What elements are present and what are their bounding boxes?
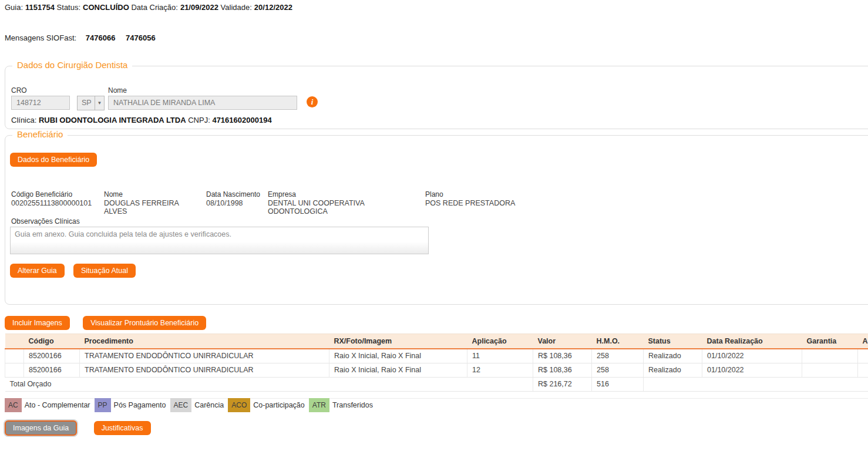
- beneficiary-section: Beneficiário Dados do Beneficiário Códig…: [5, 135, 868, 305]
- badge-aec-label: Carência: [194, 401, 224, 409]
- uf-select-value: SP: [78, 96, 95, 110]
- dentist-name-label: Nome: [108, 86, 127, 95]
- col-header-valor: Valor: [533, 334, 592, 349]
- dentist-section-title: Dados do Cirurgião Dentista: [12, 60, 132, 70]
- siofast-message-1: 7476066: [86, 33, 116, 42]
- clinical-notes-textarea[interactable]: Guia em anexo. Guia concluida pela tela …: [10, 227, 429, 254]
- badge-atr-label: Transferidos: [332, 401, 373, 409]
- include-images-button[interactable]: Incluir Imagens: [5, 316, 70, 330]
- guide-detail-page: Guia:1151754 Status:CONCLUÍDO Data Criaç…: [0, 0, 868, 458]
- criacao-value: 21/09/2022: [180, 3, 218, 12]
- beneficiary-section-title: Beneficiário: [12, 129, 68, 139]
- uf-select[interactable]: SP ▼: [77, 96, 105, 110]
- siofast-label: Mensagens SIOFast:: [5, 33, 76, 42]
- dentist-name-input[interactable]: NATHALIA DE MIRANDA LIMA: [108, 96, 297, 110]
- beneficiary-company-field: Empresa DENTAL UNI COOPERATIVA ODONTOLOG…: [268, 190, 422, 215]
- cell-hmo: 258: [592, 349, 644, 363]
- cell-select: [5, 363, 24, 377]
- beneficiary-birthdate-value: 08/10/1998: [206, 199, 265, 207]
- badge-pp: PP: [95, 398, 111, 412]
- beneficiary-birthdate-field: Data Nascimento 08/10/1998: [206, 190, 265, 207]
- info-icon[interactable]: i: [307, 96, 318, 107]
- badge-atr: ATR: [309, 398, 329, 412]
- cell-garantia: [802, 349, 858, 363]
- col-header-codigo: Código: [24, 334, 80, 349]
- guia-value: 1151754: [25, 3, 55, 12]
- siofast-messages-line: Mensagens SIOFast: 7476066 7476056: [5, 33, 164, 42]
- justifications-button[interactable]: Justificativas: [94, 421, 151, 435]
- beneficiary-name-value: DOUGLAS FERREIRA ALVES: [104, 199, 203, 215]
- beneficiary-code-value: 00202551113800000101: [11, 199, 99, 207]
- alter-guide-button[interactable]: Alterar Guia: [10, 264, 65, 278]
- dentist-section: Dados do Cirurgião Dentista CRO 148712 S…: [5, 66, 868, 129]
- table-total-row: Total Orçado R$ 216,72 516: [5, 377, 868, 391]
- col-header-garantia: Garantia: [802, 334, 858, 349]
- beneficiary-plan-value: POS REDE PRESTADORA: [425, 199, 543, 207]
- clinic-name: RUBI ODONTOLOGIA INTEGRADA LTDA: [39, 116, 186, 124]
- col-header-procedimento: Procedimento: [80, 334, 329, 349]
- beneficiary-name-label: Nome: [104, 190, 203, 198]
- table-spacer-row: [5, 391, 868, 398]
- badge-pp-label: Pós Pagamento: [114, 401, 166, 409]
- cnpj-label: CNPJ:: [188, 116, 210, 124]
- table-row: 85200166 TRATAMENTO ENDODÔNTICO UNIRRADI…: [5, 349, 868, 363]
- total-valor: R$ 216,72: [533, 377, 592, 391]
- total-label: Total Orçado: [5, 377, 533, 391]
- clinical-notes-label: Observações Clínicas: [11, 217, 80, 225]
- guide-images-button[interactable]: Imagens da Guia: [5, 420, 77, 436]
- siofast-message-2: 7476056: [126, 33, 156, 42]
- cell-select: [5, 349, 24, 363]
- current-situation-button[interactable]: Situação Atual: [73, 264, 136, 278]
- col-header-data-realizacao: Data Realização: [702, 334, 802, 349]
- beneficiary-code-label: Código Beneficiário: [11, 190, 99, 198]
- beneficiary-company-label: Empresa: [268, 190, 422, 198]
- status-legend: AC Ato - Complementar PP Pós Pagamento A…: [5, 398, 377, 412]
- badge-aco: ACO: [228, 398, 250, 412]
- cell-valor: R$ 108,36: [533, 363, 592, 377]
- table-actions-row: Incluir Imagens Visualizar Prontuário Be…: [5, 316, 217, 330]
- cell-status: Realizado: [644, 363, 702, 377]
- beneficiary-company-value: DENTAL UNI COOPERATIVA ODONTOLOGICA: [268, 199, 422, 215]
- beneficiary-name-field: Nome DOUGLAS FERREIRA ALVES: [104, 190, 203, 215]
- cell-hmo: 258: [592, 363, 644, 377]
- total-empty: [644, 377, 868, 391]
- guia-label: Guia:: [5, 3, 23, 12]
- cell-rx-foto: Raio X Inicial, Raio X Final: [329, 349, 467, 363]
- col-header-rx-foto-imagem: RX/Foto/Imagem: [329, 334, 467, 349]
- clinic-label: Clínica:: [11, 116, 36, 124]
- col-header-aplicacao: Aplicação: [467, 334, 533, 349]
- badge-ac-label: Ato - Complementar: [25, 401, 90, 409]
- clinic-line: Clínica: RUBI ODONTOLOGIA INTEGRADA LTDA…: [11, 116, 272, 124]
- validade-label: Validade:: [221, 3, 252, 12]
- beneficiary-data-button[interactable]: Dados do Beneficiário: [10, 153, 97, 167]
- cro-input[interactable]: 148712: [11, 96, 70, 110]
- cell-valor: R$ 108,36: [533, 349, 592, 363]
- col-header-acoes: A: [858, 334, 868, 349]
- cell-aplicacao: 11: [467, 349, 533, 363]
- status-value: CONCLUÍDO: [83, 3, 129, 12]
- beneficiary-code-field: Código Beneficiário 00202551113800000101: [11, 190, 99, 207]
- chevron-down-icon[interactable]: ▼: [95, 96, 104, 110]
- cell-procedimento: TRATAMENTO ENDODÔNTICO UNIRRADICULAR: [80, 349, 329, 363]
- col-header-empty: [5, 334, 24, 349]
- bottom-actions-row: Imagens da Guia Justificativas: [5, 420, 165, 436]
- cell-garantia: [802, 363, 858, 377]
- cell-data-realizacao: 01/10/2022: [702, 363, 802, 377]
- table-header-row: Código Procedimento RX/Foto/Imagem Aplic…: [5, 334, 868, 349]
- status-label: Status:: [57, 3, 80, 12]
- cell-codigo: 85200166: [24, 349, 80, 363]
- cnpj-value: 47161602000194: [212, 116, 271, 124]
- cell-status: Realizado: [644, 349, 702, 363]
- cro-label: CRO: [11, 86, 27, 95]
- beneficiary-birthdate-label: Data Nascimento: [206, 190, 265, 198]
- cell-acoes: [858, 349, 868, 363]
- beneficiary-plan-label: Plano: [425, 190, 543, 198]
- table-row: 85200166 TRATAMENTO ENDODÔNTICO UNIRRADI…: [5, 363, 868, 377]
- guide-header-line: Guia:1151754 Status:CONCLUÍDO Data Criaç…: [5, 3, 292, 12]
- col-header-hmo: H.M.O.: [592, 334, 644, 349]
- view-beneficiary-record-button[interactable]: Visualizar Prontuário Beneficiário: [83, 316, 206, 330]
- badge-ac: AC: [5, 398, 22, 412]
- badge-aec: AEC: [170, 398, 192, 412]
- cell-rx-foto: Raio X Inicial, Raio X Final: [329, 363, 467, 377]
- badge-aco-label: Co-participação: [253, 401, 305, 409]
